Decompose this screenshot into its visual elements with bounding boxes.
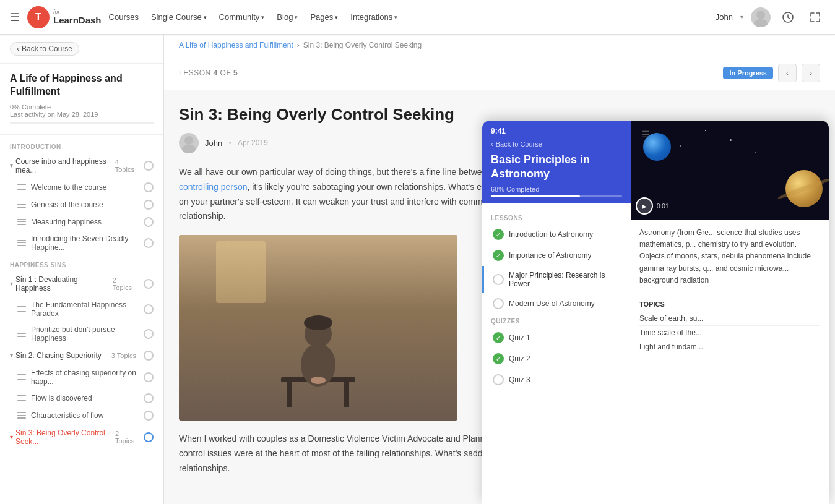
phone-check-quiz1 (493, 332, 504, 343)
topic-group-sin2: ▾ Sin 2: Chasing Superiority 3 Topics Ef… (0, 346, 163, 424)
svg-point-1 (754, 19, 768, 27)
mobile-phone: 9:41 ‹ Back to Course Basic Principles i… (482, 121, 631, 504)
overlay-topics-section: TOPICS Scale of earth, su... Time scale … (631, 294, 829, 361)
nav-right: John ▾ (716, 7, 825, 27)
phone-progress-label: 68% Completed (491, 186, 622, 193)
phone-circle-quiz3 (493, 374, 504, 385)
overlay-right-panel: ☰ ▶ 0:01 (631, 121, 829, 504)
author-avatar (179, 133, 199, 153)
topic-child-paradox[interactable]: The Fundamental Happiness Paradox (0, 297, 163, 322)
topic-group-sin1: ▾ Sin 1 : Devaluating Happiness 2 Topics… (0, 271, 163, 346)
phone-circle-major (493, 274, 504, 285)
logo-icon: T (27, 6, 50, 28)
sidebar-back-section: ‹ Back to Course (0, 35, 163, 64)
overlay-description-text: Astronomy (from Gre... science that stud… (631, 220, 829, 294)
overlay-video-area: ▶ 0:01 (631, 121, 829, 220)
topic-child-welcome[interactable]: Welcome to the course (0, 179, 163, 196)
clock-icon-button[interactable] (778, 7, 798, 27)
section-header-happiness-sins: Happiness Sins (0, 255, 163, 271)
topic-parent-course-intro[interactable]: ▾ Course intro and happiness mea... 4 To… (0, 153, 163, 179)
phone-status-bar: 9:41 (482, 121, 631, 138)
nav-item-courses[interactable]: Courses (109, 12, 139, 22)
topic-child-prioritize[interactable]: Prioritize but don't pursue Happiness (0, 322, 163, 346)
overlay-topics-label: TOPICS (639, 301, 820, 308)
main-nav-menu: Courses Single Course ▾ Community ▾ Blog… (109, 12, 398, 22)
phone-quizzes-label: QUIZZES (482, 314, 631, 327)
user-name[interactable]: John (716, 12, 733, 22)
mobile-overlay-panel: 9:41 ‹ Back to Course Basic Principles i… (482, 121, 829, 504)
nav-item-blog[interactable]: Blog ▾ (277, 12, 298, 22)
expand-icon-button[interactable] (805, 7, 825, 27)
phone-quiz-2[interactable]: Quiz 2 (482, 348, 631, 369)
topic-parent-sin3[interactable]: ▾ Sin 3: Being Overly Control Seek... 2 … (0, 424, 163, 450)
nav-item-integrations[interactable]: Integrations ▾ (350, 12, 397, 22)
nav-item-community[interactable]: Community ▾ (219, 12, 265, 22)
sidebar-course-title: A Life of Happiness and Fulfillment (0, 64, 163, 101)
topic-child-genesis[interactable]: Genesis of the course (0, 196, 163, 213)
lesson-label: LESSON 4 OF 5 (179, 69, 238, 77)
overlay-topic-2[interactable]: Time scale of the... (639, 326, 820, 340)
phone-lesson-importance[interactable]: Importance of Astronomy (482, 245, 631, 266)
nav-item-single-course[interactable]: Single Course ▾ (151, 12, 207, 22)
sidebar-progress: 0% Complete Last activity on May 28, 201… (0, 101, 163, 132)
svg-point-11 (311, 377, 326, 384)
svg-rect-7 (344, 382, 349, 407)
svg-point-3 (184, 136, 193, 145)
svg-point-10 (304, 315, 332, 330)
lesson-image (179, 235, 457, 421)
topic-parent-sin2[interactable]: ▾ Sin 2: Chasing Superiority 3 Topics (0, 346, 163, 365)
phone-quiz-3[interactable]: Quiz 3 (482, 369, 631, 390)
breadcrumb-separator: › (297, 41, 300, 49)
lesson-header: LESSON 4 OF 5 In Progress ‹ › (164, 56, 835, 90)
breadcrumb-current: Sin 3: Being Overly Control Seeking (303, 41, 422, 49)
logo[interactable]: T for LearnDash (27, 6, 102, 28)
topic-child-measuring[interactable]: Measuring happiness (0, 213, 163, 231)
author-date: Apr 2019 (238, 139, 268, 147)
phone-back-button[interactable]: ‹ Back to Course (491, 140, 622, 148)
lesson-image-inner (179, 235, 457, 421)
video-timer: 0:01 (657, 203, 668, 210)
back-to-course-button[interactable]: ‹ Back to Course (10, 42, 79, 56)
phone-lesson-modern[interactable]: Modern Use of Astronomy (482, 293, 631, 314)
prev-lesson-button[interactable]: ‹ (778, 64, 797, 82)
phone-course-title: Basic Principles in Astronomy (491, 153, 622, 181)
phone-lessons-area: LESSONS Introduction to Astronomy Import… (482, 203, 631, 504)
topic-child-flow[interactable]: Flow is discovered (0, 390, 163, 407)
overlay-topic-3[interactable]: Light and fundam... (639, 340, 820, 354)
svg-point-4 (182, 145, 196, 153)
breadcrumb: A Life of Happiness and Fulfillment › Si… (164, 35, 835, 56)
topic-group-intro: ▾ Course intro and happiness mea... 4 To… (0, 153, 163, 255)
breadcrumb-parent-link[interactable]: A Life of Happiness and Fulfillment (179, 41, 293, 49)
author-name: John (205, 139, 222, 148)
top-navigation: ☰ T for LearnDash Courses Single Course … (0, 0, 835, 35)
topic-child-characteristics[interactable]: Characteristics of flow (0, 407, 163, 424)
svg-point-0 (756, 11, 765, 19)
phone-lessons-label: LESSONS (482, 211, 631, 224)
lesson-navigation: In Progress ‹ › (723, 64, 820, 82)
nav-left: ☰ T for LearnDash Courses Single Course … (10, 6, 716, 28)
phone-check-importance (493, 250, 504, 261)
topic-child-chasing[interactable]: Effects of chasing superiority on happ..… (0, 365, 163, 390)
user-avatar[interactable] (751, 7, 771, 27)
hamburger-menu[interactable]: ☰ (10, 11, 20, 24)
svg-rect-6 (287, 382, 292, 407)
phone-check-intro (493, 229, 504, 240)
overlay-menu-icon[interactable]: ☰ (642, 129, 650, 139)
phone-lesson-major[interactable]: Major Principles: Research is Power (482, 266, 631, 293)
phone-check-quiz2 (493, 353, 504, 364)
video-play-button[interactable]: ▶ (636, 197, 653, 215)
topic-child-introducing[interactable]: Introducing the Seven Deadly Happine... (0, 231, 163, 255)
section-header-introduction: Introduction (0, 137, 163, 153)
overlay-topic-1[interactable]: Scale of earth, su... (639, 312, 820, 326)
nav-item-pages[interactable]: Pages ▾ (310, 12, 338, 22)
course-sidebar: ‹ Back to Course A Life of Happiness and… (0, 35, 164, 504)
phone-lesson-intro[interactable]: Introduction to Astronomy (482, 224, 631, 245)
phone-header: ‹ Back to Course Basic Principles in Ast… (482, 138, 631, 203)
topic-parent-sin1[interactable]: ▾ Sin 1 : Devaluating Happiness 2 Topics (0, 271, 163, 297)
phone-quiz-1[interactable]: Quiz 1 (482, 327, 631, 348)
in-progress-badge: In Progress (723, 67, 773, 79)
topic-group-sin3: ▾ Sin 3: Being Overly Control Seek... 2 … (0, 424, 163, 450)
phone-circle-modern (493, 298, 504, 309)
logo-text: for LearnDash (53, 9, 102, 25)
next-lesson-button[interactable]: › (802, 64, 820, 82)
